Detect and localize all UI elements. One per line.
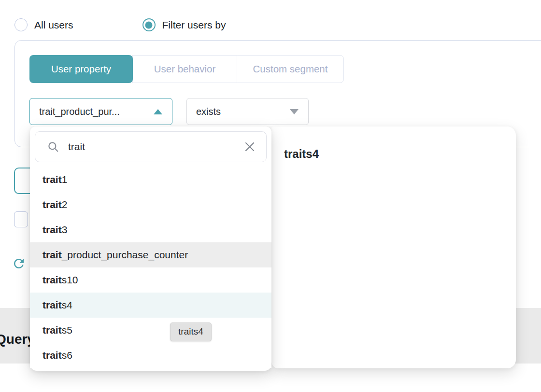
list-item[interactable]: traits6 [30, 343, 271, 368]
list-item-match: trait [43, 350, 62, 361]
list-item-rest: s10 [62, 274, 78, 286]
list-item[interactable]: trait2 [30, 192, 271, 217]
tab-user-behavior[interactable]: User behavior [133, 56, 237, 83]
exclude-users-checkbox[interactable] [14, 211, 28, 227]
attribute-detail-flyout: traits4 [271, 126, 516, 368]
radio-unselected-icon[interactable] [14, 18, 28, 31]
chevron-down-icon [290, 109, 299, 114]
operator-select[interactable]: exists [186, 98, 309, 125]
attribute-list: trait1 trait2 trait3 trait_product_purch… [30, 167, 271, 368]
segment-filter-screen: All users Filter users by User property … [0, 0, 541, 392]
filter-type-tabs: User property User behavior Custom segme… [29, 55, 344, 83]
list-item-selected[interactable]: trait_product_purchase_counter [30, 242, 271, 267]
radio-filter-users-label: Filter users by [162, 19, 226, 31]
search-icon [47, 140, 59, 153]
list-item-rest: s5 [62, 324, 72, 336]
tab-user-property-label: User property [51, 63, 111, 75]
list-item-rest: s6 [62, 350, 72, 361]
tab-user-behavior-label: User behavior [154, 63, 216, 75]
operator-select-value: exists [196, 106, 221, 117]
attribute-search-input[interactable] [68, 141, 244, 153]
list-item-rest: 2 [62, 199, 68, 210]
tab-custom-segment[interactable]: Custom segment [237, 56, 343, 83]
list-item-hovered[interactable]: traits4 [30, 293, 271, 318]
list-item-match: trait [43, 174, 62, 185]
tab-custom-segment-label: Custom segment [253, 63, 328, 75]
attribute-search-box[interactable] [35, 131, 267, 162]
inactive-tabs-group: User behavior Custom segment [132, 55, 344, 83]
list-item-rest: s4 [62, 299, 72, 311]
list-item-match: trait [43, 299, 62, 311]
radio-all-users[interactable]: All users [14, 18, 73, 31]
radio-selected-icon[interactable] [142, 18, 156, 31]
chevron-up-icon [154, 109, 162, 114]
attribute-tooltip: traits4 [170, 322, 212, 341]
attribute-detail-title: traits4 [284, 147, 319, 161]
radio-filter-users-by[interactable]: Filter users by [142, 18, 226, 31]
list-item-rest: 1 [62, 174, 68, 185]
list-item-rest: 3 [62, 224, 68, 236]
list-item-rest: _product_purchase_counter [62, 249, 188, 261]
list-item-match: trait [43, 224, 62, 236]
user-scope-radio-group: All users Filter users by [14, 18, 226, 31]
list-item[interactable]: trait3 [30, 217, 271, 242]
list-item-match: trait [43, 324, 62, 336]
list-item-match: trait [43, 274, 62, 286]
property-select[interactable]: trait_product_pur... [29, 98, 172, 125]
list-item-match: trait [43, 249, 62, 261]
property-select-value: trait_product_pur... [39, 106, 120, 117]
list-item[interactable]: traits10 [30, 267, 271, 293]
radio-all-users-label: All users [34, 19, 73, 31]
refresh-icon[interactable] [12, 255, 26, 272]
list-item[interactable]: traits5 [30, 318, 271, 343]
list-item-match: trait [43, 199, 62, 210]
clear-search-icon[interactable] [244, 141, 256, 153]
list-item[interactable]: trait1 [30, 167, 271, 192]
tab-user-property[interactable]: User property [29, 55, 133, 83]
attribute-dropdown-panel: trait1 trait2 trait3 trait_product_purch… [30, 126, 271, 371]
